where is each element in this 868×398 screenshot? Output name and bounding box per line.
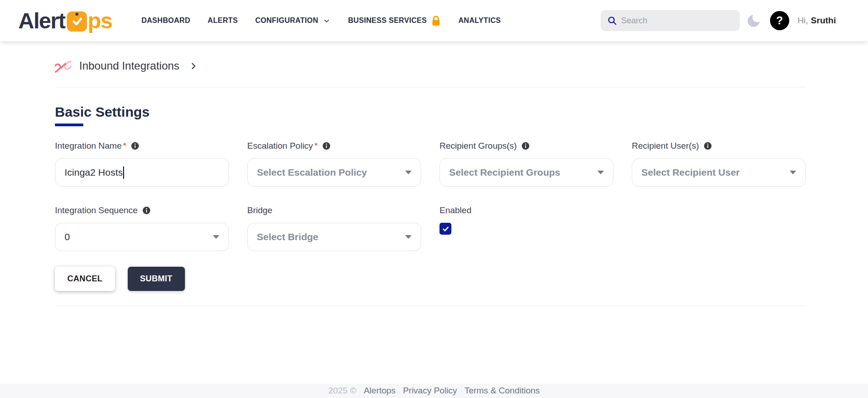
- lock-icon: [431, 16, 441, 26]
- breadcrumb: Inbound Integrations: [55, 58, 806, 74]
- label-text: Integration Sequence: [55, 205, 138, 215]
- search-input[interactable]: [621, 16, 733, 26]
- input-value: Icinga2 Hosts: [65, 167, 123, 178]
- label-text: Recipient Groups(s): [439, 140, 517, 151]
- label-text: Bridge: [247, 205, 272, 215]
- info-icon[interactable]: [521, 142, 530, 150]
- label-text: Enabled: [439, 205, 472, 215]
- logo-text-accent: ps: [88, 8, 112, 33]
- nav-label: ALERTS: [208, 16, 238, 25]
- top-navbar: Alert ps DASHBOARD ALERTS CONFIGURATION …: [0, 0, 868, 41]
- nav-item-dashboard[interactable]: DASHBOARD: [141, 16, 190, 25]
- field-enabled: Enabled: [439, 205, 613, 251]
- user-menu[interactable]: Hi, Sruthi: [797, 16, 836, 26]
- nav-item-analytics[interactable]: ANALYTICS: [458, 16, 501, 25]
- footer-link-alertops[interactable]: Alertops: [363, 386, 396, 396]
- nav-label: CONFIGURATION: [255, 16, 318, 25]
- form-actions: CANCEL SUBMIT: [55, 267, 806, 291]
- select-placeholder: Select Bridge: [257, 231, 318, 242]
- page-title: Basic Settings: [55, 105, 806, 119]
- caret-down-icon: [213, 235, 219, 239]
- field-label: Recipient Groups(s): [439, 140, 613, 151]
- field-bridge: Bridge Select Bridge: [247, 205, 421, 251]
- required-marker: *: [315, 140, 318, 151]
- cancel-button[interactable]: CANCEL: [55, 267, 115, 291]
- user-name: Sruthi: [811, 16, 836, 26]
- escalation-policy-select[interactable]: Select Escalation Policy: [247, 158, 421, 187]
- dark-mode-toggle[interactable]: [746, 13, 762, 28]
- field-label: Recipient User(s): [632, 140, 806, 151]
- field-label: Escalation Policy *: [247, 140, 421, 151]
- alertops-logo[interactable]: Alert ps: [18, 8, 112, 33]
- logo-text-dark: Alert: [18, 8, 65, 33]
- footer-link-terms[interactable]: Terms & Conditions: [464, 386, 540, 396]
- nav-item-business-services[interactable]: BUSINESS SERVICES: [348, 16, 441, 26]
- question-mark-icon: ?: [776, 14, 783, 27]
- label-text: Recipient User(s): [632, 140, 699, 151]
- main-content: Inbound Integrations Basic Settings Inte…: [0, 58, 868, 306]
- caret-down-icon: [790, 171, 796, 174]
- link-icon: [55, 58, 71, 74]
- chevron-right-icon: [189, 62, 198, 70]
- select-value: 0: [65, 231, 70, 242]
- nav-item-configuration[interactable]: CONFIGURATION: [255, 16, 331, 25]
- search-icon: [607, 16, 617, 26]
- recipient-user-select[interactable]: Select Recipient User: [632, 158, 806, 187]
- page-footer: 2025 © Alertops Privacy Policy Terms & C…: [0, 383, 868, 398]
- breadcrumb-title[interactable]: Inbound Integrations: [79, 59, 179, 72]
- integration-sequence-select[interactable]: 0: [55, 223, 229, 251]
- nav-item-alerts[interactable]: ALERTS: [208, 16, 238, 25]
- info-icon[interactable]: [322, 142, 331, 150]
- field-recipient-groups: Recipient Groups(s) Select Recipient Gro…: [439, 140, 613, 187]
- checkmark-icon: [442, 225, 450, 233]
- field-recipient-users: Recipient User(s) Select Recipient User: [632, 140, 806, 187]
- field-integration-sequence: Integration Sequence 0: [55, 205, 229, 251]
- label-text: Integration Name: [55, 140, 122, 151]
- breadcrumb-divider: [55, 87, 806, 87]
- select-placeholder: Select Recipient Groups: [449, 167, 560, 178]
- field-label: Integration Name *: [55, 140, 229, 151]
- nav-label: ANALYTICS: [458, 16, 501, 25]
- enabled-checkbox[interactable]: [439, 223, 451, 235]
- required-marker: *: [123, 140, 126, 151]
- field-label: Enabled: [439, 205, 613, 215]
- basic-settings-form: Integration Name * Icinga2 Hosts Escalat…: [55, 140, 806, 251]
- select-placeholder: Select Recipient User: [641, 167, 740, 178]
- text-cursor: [123, 167, 124, 179]
- field-escalation-policy: Escalation Policy * Select Escalation Po…: [247, 140, 421, 187]
- info-icon[interactable]: [704, 142, 712, 150]
- bridge-select[interactable]: Select Bridge: [247, 223, 421, 251]
- caret-down-icon: [405, 171, 412, 174]
- field-label: Integration Sequence: [55, 205, 229, 215]
- field-integration-name: Integration Name * Icinga2 Hosts: [55, 140, 229, 187]
- form-bottom-divider: [55, 306, 806, 306]
- integration-name-input[interactable]: Icinga2 Hosts: [55, 158, 229, 187]
- global-search: [601, 10, 740, 31]
- chevron-down-icon: [323, 17, 331, 25]
- select-placeholder: Select Escalation Policy: [257, 167, 367, 178]
- info-icon[interactable]: [142, 206, 151, 215]
- title-accent-bar: [55, 124, 83, 126]
- clock-icon: [67, 11, 87, 32]
- footer-link-privacy-policy[interactable]: Privacy Policy: [403, 386, 457, 396]
- field-label: Bridge: [247, 205, 421, 215]
- greeting-text: Hi,: [797, 16, 808, 26]
- help-button[interactable]: ?: [770, 11, 789, 30]
- main-nav: DASHBOARD ALERTS CONFIGURATION BUSINESS …: [141, 16, 501, 26]
- copyright-text: 2025 ©: [328, 386, 357, 396]
- info-icon[interactable]: [131, 142, 139, 150]
- label-text: Escalation Policy: [247, 140, 313, 151]
- recipient-groups-select[interactable]: Select Recipient Groups: [439, 158, 613, 187]
- nav-label: BUSINESS SERVICES: [348, 16, 427, 25]
- moon-icon: [746, 13, 762, 28]
- caret-down-icon: [405, 235, 412, 239]
- submit-button[interactable]: SUBMIT: [128, 267, 185, 291]
- caret-down-icon: [597, 171, 604, 174]
- nav-label: DASHBOARD: [141, 16, 190, 25]
